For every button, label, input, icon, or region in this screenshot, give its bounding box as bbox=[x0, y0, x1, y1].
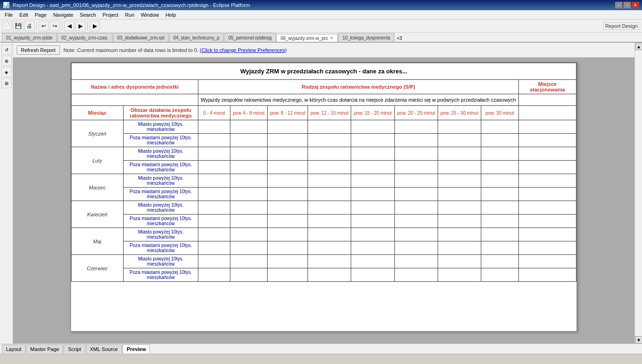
sidebar-btn-3[interactable]: ◈ bbox=[1, 67, 12, 77]
report-title-row: Wyjazdy ZRM w przedziałach czasowych - d… bbox=[72, 63, 576, 80]
table-row: CzerwiecMiasto powyżej 10tys. mieszkańcó… bbox=[72, 255, 576, 268]
table-row: MarzecMiasto powyżej 10tys. mieszkańców bbox=[72, 174, 576, 188]
report-title: Wyjazdy ZRM w przedziałach czasowych - d… bbox=[240, 68, 407, 75]
sidebar-btn-4[interactable]: ⊞ bbox=[1, 78, 12, 88]
area-header: Obszar działania zespołu ratownictwa med… bbox=[130, 107, 191, 118]
maximize-button[interactable]: □ bbox=[623, 2, 631, 8]
col-subheader-row: Miesiąc Obszar działania zespołu ratowni… bbox=[72, 106, 576, 120]
toolbar-new[interactable]: 📄 bbox=[2, 21, 12, 31]
table-row: Poza miastami powyżej 10tys. mieszkańców bbox=[72, 214, 576, 228]
col1-header: Nazwa i adres dysponenta jednostki bbox=[91, 84, 179, 90]
toolbar-forward[interactable]: ▶ bbox=[75, 21, 85, 31]
tab-01-label: 01_wyjazdy_zrm.rptde bbox=[6, 35, 52, 40]
tab-05[interactable]: 05_personel.rptdesig bbox=[224, 33, 275, 42]
refresh-report-button[interactable]: Refresh Report bbox=[17, 46, 60, 55]
table-row: Poza miastami powyżej 10tys. mieszkańców bbox=[72, 161, 576, 174]
menu-page[interactable]: Page bbox=[32, 12, 50, 18]
toolbar-redo[interactable]: ↪ bbox=[50, 21, 60, 31]
scroll-down[interactable]: ▼ bbox=[635, 336, 642, 344]
bottom-tab-xml[interactable]: XML Source bbox=[86, 344, 122, 353]
minimize-button[interactable]: ─ bbox=[615, 2, 622, 8]
bottom-tab-master[interactable]: Master Page bbox=[26, 344, 63, 353]
menu-run[interactable]: Run bbox=[122, 12, 137, 18]
table-row: StyczeńMiasto powyżej 10tys. mieszkańców bbox=[72, 120, 576, 134]
scroll-up[interactable]: ▲ bbox=[635, 43, 642, 50]
tab-06[interactable]: 06_wyjazdy-zrm-w_prz ✕ bbox=[276, 34, 338, 43]
tab-06-close-icon[interactable]: ✕ bbox=[330, 36, 334, 40]
tab-02-label: 02_wyjazdy_zrm-czas. bbox=[61, 35, 108, 40]
table-row: MajMiasto powyżej 10tys. mieszkańców bbox=[72, 228, 576, 241]
toolbar-print[interactable]: 🖨 bbox=[24, 21, 34, 31]
toolbar-mode-label: Report Design bbox=[603, 22, 640, 30]
menu-project[interactable]: Project bbox=[100, 12, 121, 18]
close-button[interactable]: ✕ bbox=[632, 2, 639, 8]
right-scrollbar[interactable]: ▲ ▼ bbox=[635, 43, 642, 344]
table-row: KwiecieńMiasto powyżej 10tys. mieszkańcó… bbox=[72, 201, 576, 214]
table-row: Poza miastami powyżej 10tys. mieszkańców bbox=[72, 241, 576, 255]
title-bar: 📊 Report Design - swd_prm_001/06_wyjazdy… bbox=[0, 0, 642, 10]
menu-navigate[interactable]: Navigate bbox=[50, 12, 76, 18]
content-area: Refresh Report Note: Current maximum num… bbox=[13, 43, 635, 344]
menu-file[interactable]: File bbox=[2, 12, 16, 18]
menu-bar: File Edit Page Navigate Search Project R… bbox=[0, 10, 642, 20]
tab-06-label: 06_wyjazdy-zrm-w_prz bbox=[281, 36, 328, 41]
tab-02[interactable]: 02_wyjazdy_zrm-czas. bbox=[57, 33, 112, 42]
toolbar-separator-3 bbox=[87, 22, 88, 30]
col2-header: Rodzaj zespołu ratownictwa medycznego (S… bbox=[301, 84, 415, 90]
bottom-tab-script[interactable]: Script bbox=[64, 344, 85, 353]
note-link[interactable]: (Click to change Preview Preferences) bbox=[200, 47, 287, 53]
month-header: Miesiąc bbox=[88, 110, 107, 116]
sidebar-btn-1[interactable]: ↺ bbox=[1, 45, 12, 55]
sidebar-btn-2[interactable]: ⊕ bbox=[1, 56, 12, 66]
toolbar-undo[interactable]: ↩ bbox=[39, 21, 49, 31]
toolbar-separator-2 bbox=[62, 22, 62, 30]
menu-window[interactable]: Window bbox=[138, 12, 162, 18]
toolbar-run[interactable]: ▶ bbox=[90, 21, 100, 31]
subheader-row: Wyjazdy zespołów ratownictwa medycznego,… bbox=[72, 94, 576, 106]
tab-10-label: 10_ksiega_dysponenta bbox=[342, 35, 390, 40]
col3-header: Miejsce stacjonowania bbox=[530, 81, 565, 92]
main-area: ↺ ⊕ ◈ ⊞ Refresh Report Note: Current max… bbox=[0, 43, 642, 344]
toolbar-separator-1 bbox=[36, 22, 37, 30]
tab-01[interactable]: 01_wyjazdy_zrm.rptde bbox=[2, 33, 57, 42]
report-table: Wyjazdy ZRM w przedziałach czasowych - d… bbox=[71, 63, 576, 282]
bottom-tab-layout[interactable]: Layout bbox=[2, 344, 26, 353]
toolbar-save[interactable]: 💾 bbox=[13, 21, 23, 31]
tab-10[interactable]: 10_ksiega_dysponenta bbox=[338, 33, 394, 42]
subheader-text: Wyjazdy zespołów ratownictwa medycznego,… bbox=[201, 97, 516, 103]
table-row: Poza miastami powyżej 10tys. mieszkańców bbox=[72, 134, 576, 147]
tab-04[interactable]: 04_stan_techniczny_p bbox=[169, 33, 224, 42]
main-header-row: Nazwa i adres dysponenta jednostki Rodza… bbox=[72, 80, 576, 94]
tab-strip: 01_wyjazdy_zrm.rptde 02_wyjazdy_zrm-czas… bbox=[0, 32, 642, 43]
toolbar: 📄 💾 🖨 ↩ ↪ ◀ ▶ ▶ Report Design bbox=[0, 20, 642, 32]
left-sidebar: ↺ ⊕ ◈ ⊞ bbox=[0, 43, 13, 344]
tab-03-label: 03_dodatkowe_zrm.rpt bbox=[117, 35, 164, 40]
window-title: Report Design - swd_prm_001/06_wyjazdy_z… bbox=[13, 2, 250, 8]
report-toolbar: Refresh Report Note: Current maximum num… bbox=[13, 43, 635, 58]
status-bar bbox=[0, 354, 642, 364]
table-row: Poza miastami powyżej 10tys. mieszkańców bbox=[72, 268, 576, 282]
bottom-tab-preview[interactable]: Preview bbox=[123, 344, 151, 353]
report-canvas[interactable]: Wyjazdy ZRM w przedziałach czasowych - d… bbox=[13, 58, 635, 344]
tab-04-label: 04_stan_techniczny_p bbox=[173, 35, 220, 40]
table-row: Poza miastami powyżej 10tys. mieszkańców bbox=[72, 188, 576, 201]
tab-03[interactable]: 03_dodatkowe_zrm.rpt bbox=[113, 33, 169, 42]
tab-overflow[interactable]: +3 bbox=[395, 35, 404, 42]
menu-help[interactable]: Help bbox=[163, 12, 179, 18]
bottom-tabs: Layout Master Page Script XML Source Pre… bbox=[0, 344, 642, 354]
menu-edit[interactable]: Edit bbox=[17, 12, 31, 18]
app-icon: 📊 bbox=[3, 2, 10, 8]
table-row: LutyMiasto powyżej 10tys. mieszkańców bbox=[72, 147, 576, 161]
note-text: Note: Current maximum number of data row… bbox=[64, 47, 287, 53]
report-page: Wyjazdy ZRM w przedziałach czasowych - d… bbox=[71, 62, 577, 332]
tab-05-label: 05_personel.rptdesig bbox=[228, 35, 271, 40]
menu-search[interactable]: Search bbox=[77, 12, 99, 18]
toolbar-back[interactable]: ◀ bbox=[64, 21, 74, 31]
